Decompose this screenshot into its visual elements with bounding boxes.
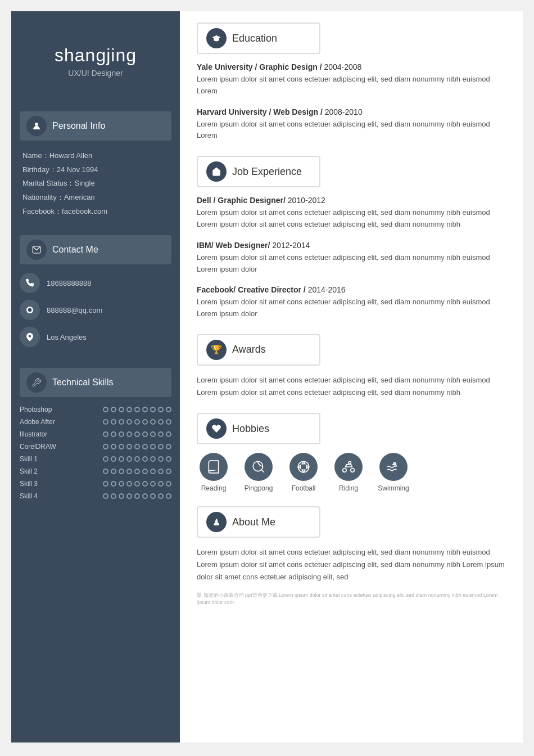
skill-dot (142, 469, 148, 474)
skill-dot (150, 419, 156, 425)
skill-name: CorelDRAW (20, 443, 62, 451)
skill-dot (142, 431, 148, 437)
skill-dot (166, 407, 171, 412)
skill-dot (150, 444, 156, 449)
skill-dots (103, 469, 171, 474)
skill-dot (150, 481, 156, 487)
skill-dot (126, 407, 132, 412)
contact-header: Contact Me (20, 235, 171, 264)
skill-dot (134, 469, 140, 474)
skill-dot (103, 431, 108, 437)
svg-point-7 (298, 461, 309, 472)
skill-dot (142, 444, 148, 449)
job-entry: Facebook/ Creative Director / 2014-2016 … (197, 285, 506, 320)
job-icon (206, 161, 227, 182)
awards-title: Awards (232, 344, 266, 356)
hobbies-title: Hobbies (232, 423, 269, 435)
awards-header: 🏆 Awards (197, 334, 320, 366)
skill-dot (166, 481, 171, 487)
sidebar-header: shangjing UX/UI Designer (11, 11, 180, 100)
skill-row: Skill 1 (20, 455, 171, 463)
skill-dot (126, 431, 132, 437)
hobby-label: Reading (201, 484, 227, 492)
skill-dots (103, 456, 171, 462)
hobby-label: Football (292, 484, 316, 492)
awards-desc: Lorem ipsum dolor sit amet cons ectetuer… (197, 374, 506, 399)
skill-dot (166, 431, 171, 437)
bottom-watermark: 题 知道的小改装合同 ppt管色更下载 Lorem ipsum dolor si… (197, 592, 506, 606)
skill-dot (134, 444, 140, 449)
skill-dot (134, 431, 140, 437)
sidebar: shangjing UX/UI Designer Personal Info N… (11, 11, 180, 742)
skills-title: Technical Skills (52, 377, 113, 388)
svg-line-6 (261, 469, 264, 472)
skill-name: Skill 4 (20, 492, 62, 500)
skill-dot (142, 456, 148, 462)
skill-dot (103, 493, 108, 499)
personal-info-field: Nationality：American (22, 191, 169, 205)
skill-dot (166, 456, 171, 462)
skills-icon (26, 372, 47, 393)
skill-dot (119, 431, 124, 437)
svg-point-4 (29, 335, 31, 338)
contact-title: Contact Me (52, 245, 98, 255)
skill-dot (142, 493, 148, 499)
main-content: Education Yale University / Graphic Desi… (180, 11, 523, 742)
education-title: Education (232, 33, 277, 44)
svg-point-0 (35, 123, 38, 126)
education-header: Education (197, 22, 320, 54)
personal-info-field: Name：Howard Allen (22, 149, 169, 163)
skill-dot (111, 444, 116, 449)
entry-desc: Lorem ipsum dolor sit amet cons ectetuer… (197, 252, 506, 276)
skill-dot (103, 444, 108, 449)
candidate-name: shangjing (22, 45, 169, 66)
hobby-item: Football (287, 453, 320, 492)
job-entry: IBM/ Web Designer/ 2012-2014 Lorem ipsum… (197, 241, 506, 276)
skill-row: Skill 3 (20, 480, 171, 488)
skill-dot (166, 419, 171, 425)
skill-dot (103, 456, 108, 462)
skill-dot (126, 419, 132, 425)
svg-point-8 (343, 469, 347, 472)
skill-dot (150, 493, 156, 499)
skill-dot (126, 481, 132, 487)
skill-dots (103, 419, 171, 425)
personal-info-icon (26, 116, 47, 136)
skill-dot (134, 493, 140, 499)
skill-dot (134, 419, 140, 425)
hobby-icon (245, 453, 273, 481)
skills-content: Photoshop Adobe After Illustrator CorelD… (11, 403, 180, 510)
personal-info-content: Name：Howard AllenBirthday：24 Nov 1994Mar… (11, 146, 180, 224)
candidate-title: UX/UI Designer (22, 69, 169, 78)
svg-point-3 (28, 308, 32, 312)
skill-dot (150, 407, 156, 412)
skill-dot (150, 431, 156, 437)
skill-row: Illustrator (20, 430, 171, 438)
skill-name: Skill 3 (20, 480, 62, 488)
skill-dot (158, 444, 164, 449)
skill-dot (142, 407, 148, 412)
skill-dot (111, 469, 116, 474)
contact-item-icon (20, 300, 40, 320)
contact-item: 888888@qq.com (20, 300, 171, 320)
about-desc: Lorem ipsum dolor sit amet cons ectetuer… (197, 546, 506, 583)
skill-dot (158, 469, 164, 474)
personal-info-field: Birthday：24 Nov 1994 (22, 163, 169, 177)
skill-dot (103, 419, 108, 425)
education-icon (206, 28, 227, 48)
skill-row: CorelDRAW (20, 443, 171, 451)
resume-container: shangjing UX/UI Designer Personal Info N… (11, 11, 523, 742)
skill-dot (119, 469, 124, 474)
skill-row: Adobe After (20, 418, 171, 426)
job-entry: Dell / Graphic Designer/ 2010-2012 Lorem… (197, 196, 506, 231)
hobby-label: Riding (339, 484, 358, 492)
skill-dot (111, 407, 116, 412)
personal-info-field: Marital Status：Single (22, 177, 169, 191)
contact-item-text: 888888@qq.com (47, 306, 102, 314)
skill-dot (134, 456, 140, 462)
skill-dot (166, 444, 171, 449)
skill-dot (103, 407, 108, 412)
job-entries: Dell / Graphic Designer/ 2010-2012 Lorem… (197, 196, 506, 320)
skill-name: Skill 2 (20, 467, 62, 475)
skill-dot (158, 431, 164, 437)
